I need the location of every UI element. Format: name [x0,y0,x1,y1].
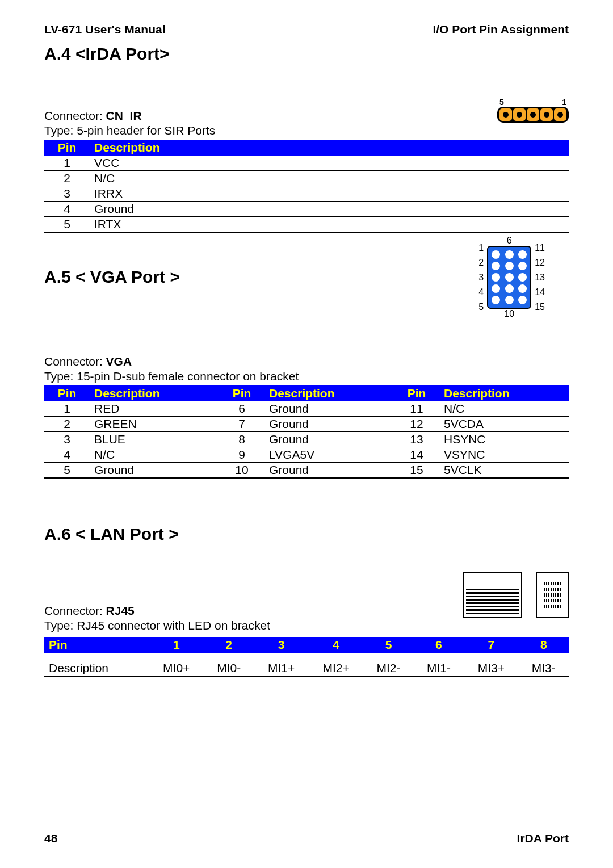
page-header: LV-671 User's Manual I/O Port Pin Assign… [44,23,569,36]
table-row: Description MI0+ MI0- MI1+ MI2+ MI2- MI1… [44,661,569,677]
vga-type: Type: 15-pin D-sub female connector on b… [44,370,569,383]
manual-title: LV-671 User's Manual [44,23,166,36]
lan-connector-text: Connector: RJ45 [44,604,135,618]
irda-header-diagram: 5 1 [497,98,569,123]
table-row: 3IRRX [44,186,569,202]
table-row: 2GREEN7Ground125VCDA [44,417,569,432]
table-row: 5Ground10Ground155VCLK [44,463,569,479]
header-pin-icon [540,108,553,121]
page-number: 48 [44,832,57,845]
irda-title: A.4 <IrDA Port> [44,44,569,64]
table-row: 2N/C [44,171,569,186]
footer-label: IrDA Port [517,832,569,845]
header-pin-icon [554,108,566,121]
irda-connector-text: Connector: CN_IR [44,109,142,123]
table-row: 5IRTX [44,217,569,233]
irda-connector-row: Connector: CN_IR 5 1 [44,98,569,123]
rj45-side-icon [536,572,569,618]
table-row: 3BLUE8Ground13HSYNC [44,432,569,447]
table-row: 1VCC [44,156,569,171]
page-footer: 48 IrDA Port [44,832,569,845]
rj45-front-icon [463,572,522,618]
lan-type: Type: RJ45 connector with LED on bracket [44,619,569,632]
header-pin-icon [513,108,526,121]
table-row: 4Ground [44,202,569,217]
lan-title: A.6 < LAN Port > [44,525,569,544]
lan-diagram [463,572,569,618]
section-label: I/O Port Pin Assignment [433,23,569,36]
lan-pin-table: Pin 1 2 3 4 5 6 7 8 Description MI0+ MI0… [44,637,569,677]
lan-connector-row: Connector: RJ45 [44,572,569,618]
header-pin-icon [499,108,512,121]
irda-type: Type: 5-pin header for SIR Ports [44,124,569,137]
irda-pin-table: Pin Description 1VCC 2N/C 3IRRX 4Ground … [44,140,569,233]
table-row: 4N/C9LVGA5V14VSYNC [44,447,569,463]
header-pin-icon [527,108,539,121]
table-row: 1RED6Ground11N/C [44,401,569,417]
vga-diagram: 1 2 3 4 5 6 10 11 12 13 14 15 [478,236,545,319]
vga-connector-text: Connector: VGA [44,355,132,368]
vga-pin-table: Pin Description Pin Description Pin Desc… [44,385,569,479]
vga-connector-row: Connector: VGA [44,355,569,368]
